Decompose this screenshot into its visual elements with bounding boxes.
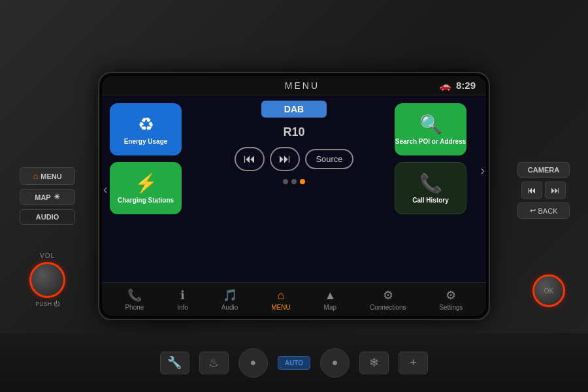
charging-stations-button[interactable]: ⚡ Charging Stations	[110, 162, 182, 214]
search-poi-button[interactable]: 🔍 Search POI or Address	[395, 103, 466, 155]
connections-nav-icon: ⚙	[383, 288, 393, 302]
fan-btn[interactable]: ❄	[359, 351, 389, 374]
push-label: PUSH ⏻	[35, 301, 59, 307]
map-nav-label: Map	[324, 304, 336, 311]
dot-3	[300, 179, 305, 184]
charging-stations-icon: ⚡	[135, 172, 157, 194]
settings-nav-label: Settings	[439, 304, 463, 311]
nav-settings[interactable]: ⚙ Settings	[434, 287, 468, 312]
nav-info[interactable]: ℹ Info	[172, 287, 193, 312]
screen-outer: MENU 🚗 8:29 ‹ ♻ Energy Usage	[98, 72, 490, 320]
nav-connections[interactable]: ⚙ Connections	[365, 287, 412, 312]
energy-usage-button[interactable]: ♻ Energy Usage	[110, 103, 182, 155]
energy-usage-icon: ♻	[138, 114, 154, 135]
nav-map[interactable]: ▲ Map	[319, 287, 342, 312]
right-panel: 🔍 Search POI or Address 📞 Call History ›	[395, 95, 486, 282]
vol-label: VOL	[40, 252, 55, 259]
bottom-controls: 🔧 ♨ ● AUTO ● ❄ +	[0, 333, 588, 392]
steering-icon-btn[interactable]: 🔧	[160, 351, 189, 374]
nav-phone[interactable]: 📞 Phone	[120, 287, 149, 312]
media-buttons: ⏮ ⏭	[521, 182, 566, 199]
center-panel: DAB R10 ⏮ ⏭ Source	[193, 95, 395, 282]
back-label: BACK	[538, 206, 558, 214]
menu-button[interactable]: ⌂ MENU	[20, 167, 75, 185]
audio-button[interactable]: AUDIO	[20, 209, 75, 225]
nav-audio[interactable]: 🎵 Audio	[216, 287, 244, 312]
info-nav-label: Info	[177, 304, 188, 311]
auto-label: AUTO	[285, 359, 303, 367]
r10-label: R10	[283, 125, 304, 139]
info-nav-icon: ℹ	[180, 288, 185, 302]
screen-title: MENU	[285, 80, 319, 91]
car-surround: ⌂ MENU MAP ☀ AUDIO VOL PUSH ⏻ MENU 🚗 8:2…	[0, 0, 588, 392]
content-area: ‹ ♻ Energy Usage ⚡ Charging Stations DAB	[102, 95, 486, 316]
plus-btn[interactable]: +	[399, 351, 428, 374]
back-arrow-icon: ↩	[530, 206, 536, 215]
audio-nav-label: Audio	[221, 304, 238, 311]
skip-back-button[interactable]: ⏮	[521, 182, 542, 199]
nav-arrow-left[interactable]: ‹	[103, 182, 108, 197]
car-status-icon: 🚗	[440, 80, 451, 91]
left-controls: ⌂ MENU MAP ☀ AUDIO	[20, 167, 75, 225]
camera-button[interactable]: CAMERA	[517, 162, 570, 178]
nav-arrow-right[interactable]: ›	[480, 163, 485, 178]
call-history-button[interactable]: 📞 Call History	[395, 162, 466, 214]
heat-btn[interactable]: ♨	[199, 351, 229, 374]
camera-label: CAMERA	[528, 166, 559, 174]
menu-label: MENU	[41, 172, 61, 180]
connections-nav-label: Connections	[370, 304, 406, 311]
search-poi-icon: 🔍	[419, 114, 442, 135]
round-btn-1[interactable]: ●	[238, 348, 268, 378]
track-next-button[interactable]: ⏭	[270, 147, 300, 171]
brightness-icon: ☀	[54, 193, 60, 201]
dot-1	[283, 179, 288, 184]
dab-bar[interactable]: DAB	[261, 101, 327, 118]
audio-nav-icon: 🎵	[223, 288, 237, 302]
energy-usage-label: Energy Usage	[124, 138, 168, 145]
settings-nav-icon: ⚙	[446, 288, 456, 302]
top-bar-right: 🚗 8:29	[440, 80, 476, 91]
ok-knob[interactable]: OK	[532, 274, 565, 307]
left-panel: ‹ ♻ Energy Usage ⚡ Charging Stations	[102, 95, 193, 282]
dot-2	[291, 179, 297, 184]
right-controls: CAMERA ⏮ ⏭ ↩ BACK	[517, 162, 570, 219]
phone-nav-icon: 📞	[127, 288, 142, 302]
top-bar: MENU 🚗 8:29	[102, 76, 486, 95]
clock: 8:29	[456, 80, 476, 91]
map-nav-icon: ▲	[324, 289, 336, 302]
menu-nav-label: MENU	[271, 304, 290, 311]
main-content: ‹ ♻ Energy Usage ⚡ Charging Stations DAB	[102, 95, 486, 282]
nav-menu[interactable]: ⌂ MENU	[266, 287, 295, 312]
track-next-icon: ⏭	[279, 152, 291, 166]
round-btn-2[interactable]: ●	[320, 348, 350, 378]
back-button[interactable]: ↩ BACK	[517, 203, 570, 219]
track-prev-button[interactable]: ⏮	[235, 147, 265, 171]
track-prev-icon: ⏮	[244, 152, 255, 166]
call-history-icon: 📞	[419, 172, 442, 194]
ok-knob-area: OK	[532, 274, 565, 307]
bottom-nav: 📞 Phone ℹ Info 🎵 Audio ⌂ MENU	[102, 282, 486, 316]
auto-button[interactable]: AUTO	[278, 356, 310, 370]
screen: MENU 🚗 8:29 ‹ ♻ Energy Usage	[102, 76, 486, 316]
map-button[interactable]: MAP ☀	[20, 189, 75, 205]
source-button[interactable]: Source	[305, 149, 353, 169]
source-label: Source	[316, 154, 342, 164]
audio-label: AUDIO	[36, 213, 59, 221]
map-label: MAP	[35, 193, 50, 201]
volume-knob[interactable]	[29, 262, 65, 298]
page-dots	[283, 179, 305, 184]
volume-knob-area: VOL PUSH ⏻	[29, 252, 65, 307]
source-controls: ⏮ ⏭ Source	[235, 147, 353, 171]
skip-forward-button[interactable]: ⏭	[545, 182, 566, 199]
phone-nav-label: Phone	[125, 304, 144, 311]
search-poi-label: Search POI or Address	[395, 138, 466, 145]
ok-label: OK	[544, 287, 553, 295]
charging-stations-label: Charging Stations	[118, 197, 174, 204]
home-icon: ⌂	[33, 171, 38, 181]
menu-nav-icon: ⌂	[278, 289, 285, 302]
call-history-label: Call History	[412, 197, 449, 204]
